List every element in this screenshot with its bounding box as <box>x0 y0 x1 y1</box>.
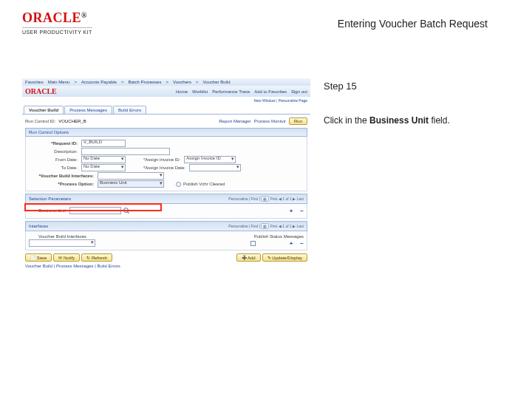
int-header: Interfaces Personalize | Find | ▦ First … <box>25 221 307 231</box>
crumb[interactable]: Favorites <box>25 80 44 84</box>
app-logo: ORACLE <box>25 87 57 95</box>
oracle-logo: ORACLE® <box>22 10 92 26</box>
step-instruction: Click in the Business Unit field. <box>324 115 450 126</box>
remove-row-icon[interactable]: − <box>300 208 304 214</box>
publish-msg-check[interactable] <box>250 241 256 246</box>
tab-voucher-build[interactable]: Voucher Build <box>24 106 64 114</box>
step-label: Step 15 <box>324 81 357 92</box>
view-icon[interactable]: ▦ <box>261 223 269 229</box>
crumb[interactable]: Vouchers <box>173 80 191 84</box>
update-button[interactable]: ✎ Update/Display <box>262 253 307 262</box>
new-window-link[interactable]: New Window <box>254 98 276 103</box>
assign-inv-select[interactable]: Assign Invoice ID <box>184 156 236 163</box>
int-gridbar: Personalize | Find | ▦ First ◀ 1 of 1 ▶ … <box>228 223 304 229</box>
instruction-post: field. <box>429 115 450 126</box>
from-date-select[interactable]: No Date <box>81 156 126 163</box>
instruction-bold: Business Unit <box>369 115 429 126</box>
crumb[interactable]: Accounts Payable <box>81 80 117 84</box>
process-option-select[interactable]: Business Unit <box>98 180 164 188</box>
run-control-label: Run Control ID: <box>25 119 55 123</box>
sel-title: Selection Parameters <box>29 197 71 201</box>
brand-flag: ® <box>81 11 87 19</box>
rco-title: Run Control Options <box>29 130 69 134</box>
tab-panel: Run Control ID: VOUCHER_B Report Manager… <box>22 114 310 271</box>
from-date-label: From Date: <box>29 157 79 162</box>
rco-header: Run Control Options <box>25 128 307 137</box>
add-row-icon[interactable]: + <box>290 240 293 247</box>
user-links: New Window | Personalize Page <box>22 97 310 106</box>
page-tabs: Voucher Build Process Messages Build Err… <box>24 106 309 114</box>
vbi-select[interactable] <box>98 172 164 180</box>
topmenu-item[interactable]: Add to Favorites <box>254 89 287 94</box>
topmenu-item[interactable]: Home <box>176 89 188 94</box>
run-control-line: Run Control ID: VOUCHER_B Report Manager… <box>25 117 307 125</box>
save-button[interactable]: 📄 Save <box>25 253 52 262</box>
description-label: Description: <box>29 149 79 154</box>
topmenu-item[interactable]: Worklist <box>192 89 208 94</box>
to-date-label: To Date: <box>29 166 79 170</box>
topmenu-item[interactable]: Performance Trace <box>212 89 250 94</box>
view-icon[interactable]: ▦ <box>261 196 269 202</box>
tab-build-errors[interactable]: Build Errors <box>113 106 146 114</box>
add-button[interactable]: ➕ Add <box>236 253 261 262</box>
brand-name: ORACLE <box>22 10 81 25</box>
brand-subtitle: USER PRODUCTIVITY KIT <box>22 27 92 35</box>
app-header: ORACLE Home Worklist Performance Trace A… <box>22 86 310 97</box>
int-title: Interfaces <box>29 224 48 228</box>
assign-date-select[interactable] <box>189 164 241 171</box>
highlight-business-unit <box>24 203 162 211</box>
crumb[interactable]: Voucher Build <box>203 80 231 84</box>
app-screenshot: Favorites Main Menu> Accounts Payable> B… <box>22 78 310 271</box>
assign-inv-label: *Assign Invoice ID: <box>143 157 182 162</box>
oracle-brand: ORACLE® USER PRODUCTIVITY KIT <box>22 10 92 35</box>
page-title: Entering Voucher Batch Request <box>338 18 488 30</box>
publish-msg-label: Publish Status Messages <box>254 234 304 239</box>
instruction-pre: Click in the <box>324 115 369 126</box>
tab-process-messages[interactable]: Process Messages <box>64 106 112 114</box>
process-option-label: *Process Option: <box>29 182 95 186</box>
add-row-icon[interactable]: + <box>290 208 293 214</box>
publish-cleared-radio[interactable] <box>176 182 181 187</box>
footer-crumbs: Voucher Build | Process Messages | Build… <box>25 264 307 268</box>
sel-header: Selection Parameters Personalize | Find … <box>25 194 307 204</box>
sel-body: Business Unit + − <box>25 204 307 219</box>
int-body: Voucher Build Interfaces Publish Status … <box>25 231 307 250</box>
crumb[interactable]: Main Menu <box>48 80 70 84</box>
run-button[interactable]: Run <box>289 117 307 125</box>
publish-cleared-label: Publish Vchr Cleared <box>183 182 225 186</box>
breadcrumb: Favorites Main Menu> Accounts Payable> B… <box>22 78 310 86</box>
footer-buttons: 📄 Save ✉ Notify ↻ Refresh ➕ Add ✎ Update… <box>25 253 307 262</box>
vbi-body-label: Voucher Build Interfaces <box>29 234 88 239</box>
personalize-link[interactable]: Personalize Page <box>279 98 307 103</box>
vbi-label: *Voucher Build Interfaces: <box>29 174 95 178</box>
rco-body: *Request ID: V_BUILD Description: From D… <box>25 137 307 191</box>
refresh-button[interactable]: ↻ Refresh <box>81 253 112 262</box>
vbi-body-select[interactable] <box>29 239 95 247</box>
request-id-input[interactable]: V_BUILD <box>81 140 126 147</box>
topmenu-item[interactable]: Sign out <box>291 89 307 94</box>
run-control-value: VOUCHER_B <box>58 119 86 123</box>
notify-button[interactable]: ✉ Notify <box>53 253 80 262</box>
request-id-label: *Request ID: <box>29 141 79 146</box>
to-date-select[interactable]: No Date <box>81 164 126 171</box>
sel-gridbar: Personalize | Find | ▦ First ◀ 1 of 1 ▶ … <box>228 196 304 202</box>
crumb[interactable]: Batch Processes <box>128 80 161 84</box>
description-input[interactable] <box>81 148 170 155</box>
process-monitor-link[interactable]: Process Monitor <box>254 119 286 123</box>
report-manager-link[interactable]: Report Manager <box>219 119 250 123</box>
remove-row-icon[interactable]: − <box>300 240 304 247</box>
assign-date-label: *Assign Invoice Date: <box>143 166 187 170</box>
